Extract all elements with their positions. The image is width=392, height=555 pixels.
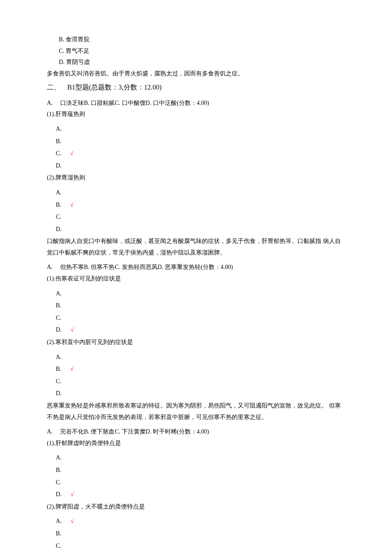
explanation-text: 恶寒重发热轻是外感寒邪所致表寒证的特征。因为寒为阴邪，易伤阳气，又可阻遏阳气的宣… [47,400,345,423]
answer-option: A.√ [47,516,345,527]
option-label: B. [56,467,61,473]
option-label: C. [56,150,61,156]
answer-option: B. 食滞胃脘 [47,34,345,46]
question-stem: A. 完谷不化B. 便下脓血C. 下注黄糜D. 时干时稀(分数：4.00) [47,426,345,438]
option-label: B. [56,138,61,145]
answer-option: B. [47,136,345,147]
answer-option: C. [47,211,345,223]
check-mark-icon: √ [70,202,74,208]
option-label: D. [56,491,62,497]
answer-option: B.√ [47,364,345,375]
answer-option: B. [47,465,345,476]
option-label: A. [56,189,62,196]
explanation-text: 口酸指病人自觉口中有酸味，或泛酸，甚至闻之有酸腐气味的症状，多见于伤食，肝胃郁热… [47,236,345,258]
option-label: C. [56,214,61,220]
check-mark-icon: √ [71,327,74,333]
option-label: D. [56,390,62,396]
answer-option: B. [47,300,345,312]
answer-option: C. [47,541,345,552]
sub-question: (2).寒邪直中内脏可见到的症状是 [47,337,345,348]
answer-option: D. [47,160,345,172]
answer-option: C.√ [47,148,345,159]
question-stem: A. 口淡乏味B. 口甜粘腻C. 口中酸馊D. 口中泛酸(分数：4.00) [47,98,345,109]
option-label: B. [56,530,61,537]
option-label: A. [56,454,62,461]
check-mark-icon: √ [70,366,74,372]
answer-option: A. [47,124,345,135]
answer-option: D. [47,552,345,555]
answer-option: C. [47,477,345,489]
answer-option: D. [47,224,345,235]
sub-question: (2).脾胃湿热则 [47,172,345,184]
option-label: D. [56,226,62,232]
option-label: B. [56,302,61,309]
sub-question: (2).脾肾阳虚，火不暖土的粪便特点是 [47,501,345,513]
option-label: B. [56,366,61,372]
answer-option: A. [47,187,345,199]
answer-option: A. [47,452,345,464]
answer-option: D.√ [47,324,345,336]
option-label: B. [56,202,61,208]
option-label: A. [56,126,62,132]
answer-option: C. [47,376,345,387]
option-label: C. [56,315,61,321]
question-stem: A. 但热不寒B. 但寒不热C. 发热轻而恶风D. 恶寒重发热轻(分数：4.00… [47,262,345,273]
sub-question: (1).伤寒表证可见到的症状是 [47,273,345,285]
sub-question: (1).肝郁脾虚时的粪便特点是 [47,438,345,449]
answer-option: B.√ [47,199,345,211]
check-mark-icon: √ [71,491,74,497]
option-label: C. [56,543,61,549]
explanation-text: 多食善饥又叫消谷善饥。由于胃火炽盛，腐熟太过，因而有多食善饥之症。 [47,68,345,80]
answer-option: D. [47,388,345,399]
answer-option: A. [47,288,345,300]
answer-option: C. 胃气不足 [47,46,345,57]
section-header: 二、 B1型题(总题数：3,分数：12.00) [47,81,345,94]
sub-question: (1).肝胃蕴热则 [47,109,345,120]
check-mark-icon: √ [71,518,74,524]
check-mark-icon: √ [70,150,74,156]
answer-option: B. [47,528,345,540]
answer-option: A. [47,352,345,363]
option-label: C. [56,378,61,384]
option-label: D. [56,162,62,169]
answer-option: C. [47,312,345,324]
option-label: C. [56,479,61,486]
option-label: D. [56,327,62,333]
option-label: A. [56,518,62,524]
option-label: A. [56,354,62,360]
answer-option: D.√ [47,489,345,500]
answer-option: D. 胃阴亏虚 [47,57,345,68]
option-label: A. [56,290,62,297]
